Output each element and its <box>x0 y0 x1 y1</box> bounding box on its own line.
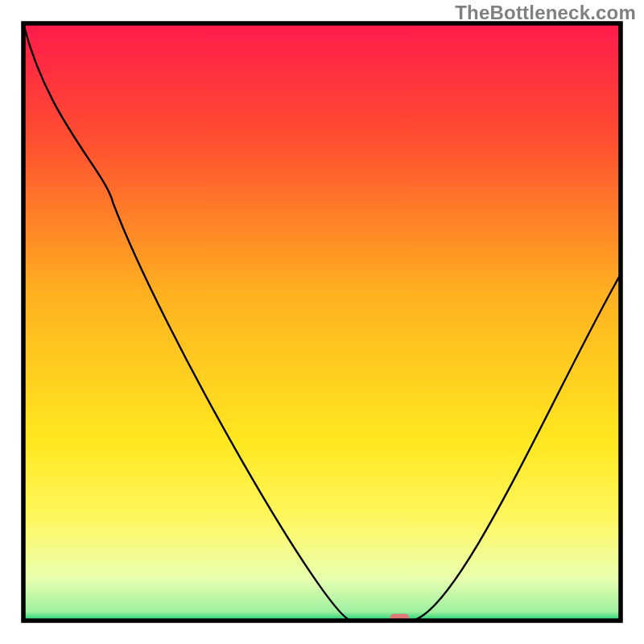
chart-background <box>23 23 621 621</box>
bottleneck-chart <box>0 0 644 644</box>
